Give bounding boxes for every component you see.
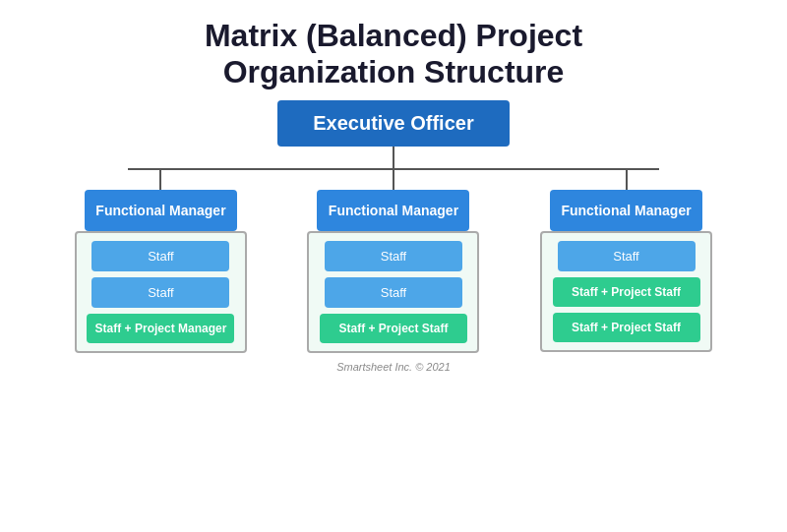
page-title: Matrix (Balanced) Project Organization S… <box>165 18 622 90</box>
col2-inner: Staff Staff Staff + Project Staff <box>307 231 479 353</box>
title-line2: Organization Structure <box>223 54 565 89</box>
title-line1: Matrix (Balanced) Project <box>205 18 582 53</box>
func-manager-1: Functional Manager <box>85 190 237 231</box>
col1-staff-2: Staff <box>91 277 229 308</box>
func-manager-2: Functional Manager <box>317 190 469 231</box>
col3-staff-1: Staff <box>558 241 696 271</box>
col1-staff-1: Staff <box>91 241 229 271</box>
columns-row: Functional Manager Staff Staff Staff + P… <box>59 170 728 353</box>
footer: Smartsheet Inc. © 2021 <box>336 361 451 373</box>
column-3: Functional Manager Staff Staff + Project… <box>524 170 728 352</box>
column-2: Functional Manager Staff Staff Staff + P… <box>292 170 496 353</box>
col3-project-2: Staff + Project Staff <box>553 313 700 342</box>
org-chart: Executive Officer Functional Manager Sta… <box>0 100 787 373</box>
col1-inner: Staff Staff Staff + Project Manager <box>75 231 247 353</box>
func-manager-3: Functional Manager <box>550 190 702 231</box>
column-1: Functional Manager Staff Staff Staff + P… <box>59 170 263 353</box>
col2-staff-1: Staff <box>325 241 462 271</box>
col2-project: Staff + Project Staff <box>320 314 467 343</box>
exec-connector <box>393 147 394 168</box>
col2-staff-2: Staff <box>325 277 462 308</box>
col1-vline <box>159 170 161 190</box>
executive-officer-box: Executive Officer <box>277 100 509 147</box>
col3-vline <box>626 170 628 190</box>
col2-vline <box>393 170 394 190</box>
col3-inner: Staff Staff + Project Staff Staff + Proj… <box>540 231 712 352</box>
col1-project: Staff + Project Manager <box>87 314 234 343</box>
col3-project-1: Staff + Project Staff <box>553 277 700 307</box>
